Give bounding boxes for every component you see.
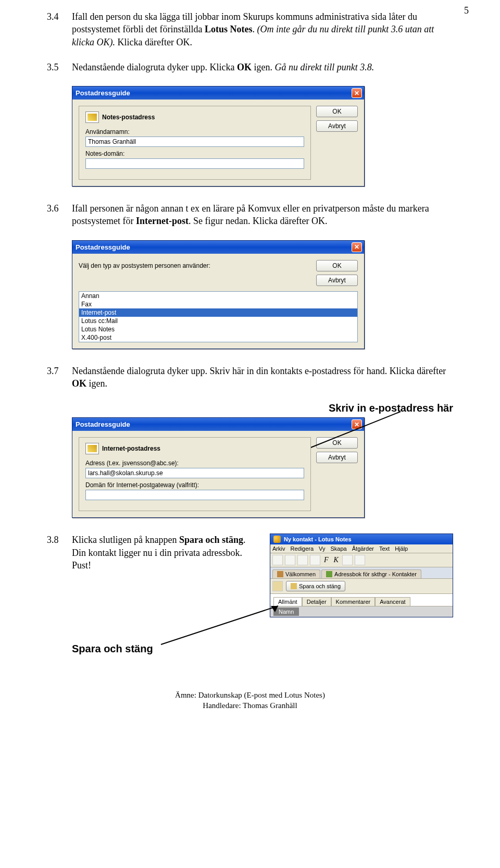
text: Nedanstående dialogruta dyker upp. Skriv…	[72, 366, 446, 376]
label-gateway: Domän för Internet-postgateway (valfritt…	[85, 481, 304, 489]
save-icon	[291, 583, 297, 589]
footer: Ämne: Datorkunskap (E-post med Lotus Not…	[47, 690, 453, 711]
menu-item[interactable]: Text	[379, 545, 390, 552]
form-body: Namn	[270, 606, 453, 617]
menu-item[interactable]: Åtgärder	[352, 545, 374, 552]
close-icon[interactable]: ✕	[352, 419, 362, 429]
text: igen.	[252, 62, 275, 72]
text: Klicka slutligen på knappen	[72, 535, 179, 545]
lotus-notes-window: Ny kontakt - Lotus Notes Arkiv Redigera …	[270, 534, 453, 617]
menu-item[interactable]: Redigera	[290, 545, 314, 552]
form-tab[interactable]: Kommentarer	[331, 597, 376, 606]
bold: Spara och stäng	[179, 535, 243, 545]
paragraph-3-5: 3.5 Nedanstående dialogruta dyker upp. K…	[47, 61, 453, 73]
footer-line2: Handledare: Thomas Granhäll	[47, 701, 453, 711]
titlebar: Postadressguide ✕	[72, 86, 364, 100]
group-title: Internet-postadress	[102, 445, 160, 452]
callout-save-close: Spara och stäng	[72, 643, 153, 655]
num-3-7: 3.7	[47, 365, 72, 390]
tab-label: Adressbok för skthgr - Kontakter	[334, 571, 417, 577]
titlebar: Ny kontakt - Lotus Notes	[270, 534, 453, 544]
list-item[interactable]: X.400-post	[79, 333, 357, 342]
label-username: Användarnamn:	[85, 128, 304, 135]
tab-icon	[326, 571, 332, 577]
num-3-8: 3.8	[47, 534, 72, 572]
bold: Lotus Notes	[205, 24, 253, 34]
ok-button[interactable]: OK	[316, 260, 358, 271]
num-3-5: 3.5	[47, 61, 72, 73]
menu-item[interactable]: Arkiv	[272, 545, 285, 552]
num-3-6: 3.6	[47, 202, 72, 228]
form-tab[interactable]: Detaljer	[302, 597, 331, 606]
menubar: Arkiv Redigera Vy Skapa Åtgärder Text Hj…	[270, 544, 453, 553]
list-item[interactable]: Annan	[79, 292, 357, 300]
form-tab[interactable]: Avancerat	[375, 597, 410, 606]
bold: OK	[72, 378, 86, 389]
toolbar: F K	[270, 553, 453, 567]
italic-icon[interactable]: K	[332, 556, 340, 564]
input-domain[interactable]	[85, 158, 304, 169]
dialog-title: Postadressguide	[76, 243, 130, 251]
ok-button[interactable]: OK	[316, 106, 358, 117]
app-icon	[85, 111, 99, 123]
close-icon[interactable]: ✕	[352, 242, 362, 252]
label-domain: Notes-domän:	[85, 150, 304, 157]
svg-line-2	[161, 606, 278, 644]
dialog-title: Postadressguide	[76, 89, 130, 97]
ok-button[interactable]: OK	[316, 437, 358, 449]
tool-icon[interactable]	[297, 555, 308, 565]
text: . Se figur nedan. Klicka därefter OK.	[189, 216, 327, 226]
list-item[interactable]: Lotus Notes	[79, 325, 357, 333]
dialog-title: Postadressguide	[76, 420, 130, 428]
tab-label: Välkommen	[285, 571, 316, 577]
italic: Gå nu direkt till punkt 3.8.	[274, 62, 374, 72]
save-and-close-button[interactable]: Spara och stäng	[286, 581, 345, 591]
paragraph-3-7: 3.7 Nedanstående dialogruta dyker upp. S…	[47, 365, 453, 390]
callout-email: Skriv in e-postadress här	[329, 402, 453, 414]
form-tabs: Allmänt Detaljer Kommentarer Avancerat	[270, 594, 453, 606]
tab-addressbook[interactable]: Adressbok för skthgr - Kontakter	[321, 569, 421, 578]
menu-item[interactable]: Vy	[319, 545, 325, 552]
tab-welcome[interactable]: Välkommen	[272, 569, 320, 578]
app-icon	[85, 443, 99, 454]
menu-item[interactable]: Skapa	[331, 545, 347, 552]
menu-item[interactable]: Hjälp	[395, 545, 408, 552]
tool-icon[interactable]	[272, 555, 283, 565]
footer-line1: Ämne: Datorkunskap (E-post med Lotus Not…	[47, 690, 453, 701]
label-address: Adress (t.ex. jsvensson@abc.se):	[85, 460, 304, 467]
window-title: Ny kontakt - Lotus Notes	[284, 536, 352, 542]
tool-icon[interactable]	[285, 555, 295, 565]
input-gateway[interactable]	[85, 490, 304, 500]
text: Klicka därefter OK.	[115, 37, 192, 47]
list-item[interactable]: Lotus cc:Mail	[79, 317, 357, 325]
cancel-button[interactable]: Avbryt	[316, 120, 358, 132]
lotus-icon	[273, 536, 281, 543]
num-3-4: 3.4	[47, 10, 72, 48]
cancel-button[interactable]: Avbryt	[316, 275, 358, 286]
dialog-notes-postadress: Postadressguide ✕ Notes-postadress Använ…	[72, 86, 365, 187]
tool-icon[interactable]	[310, 555, 320, 565]
action-bar: Spara och stäng	[270, 579, 453, 594]
bold: OK	[237, 62, 252, 72]
prompt: Välj den typ av postsystem personen anvä…	[79, 260, 311, 286]
save-label: Spara och stäng	[299, 583, 341, 589]
dialog-select-postsystem: Postadressguide ✕ Välj den typ av postsy…	[72, 240, 365, 349]
paragraph-3-4: 3.4 Ifall den person du ska lägga till j…	[47, 10, 453, 48]
titlebar: Postadressguide ✕	[72, 241, 364, 254]
bold-icon[interactable]: F	[322, 556, 330, 564]
input-username[interactable]	[85, 137, 304, 147]
action-icon[interactable]	[272, 581, 283, 591]
text: Nedanstående dialogruta dyker upp. Klick…	[72, 62, 237, 72]
tool-icon[interactable]	[342, 555, 353, 565]
input-address[interactable]	[85, 468, 304, 478]
cancel-button[interactable]: Avbryt	[316, 452, 358, 463]
postsystem-listbox[interactable]: Annan Fax Internet-post Lotus cc:Mail Lo…	[79, 291, 358, 342]
list-item[interactable]: Fax	[79, 300, 357, 308]
svg-marker-3	[271, 606, 278, 612]
titlebar: Postadressguide ✕	[72, 418, 364, 431]
paragraph-3-6: 3.6 Ifall personen är någon annan t ex e…	[47, 202, 453, 228]
tool-icon[interactable]	[355, 555, 365, 565]
list-item[interactable]: Internet-post	[79, 308, 357, 317]
dialog-internet-postadress: Postadressguide ✕ Internet-postadress Ad…	[72, 417, 365, 518]
close-icon[interactable]: ✕	[352, 88, 362, 98]
